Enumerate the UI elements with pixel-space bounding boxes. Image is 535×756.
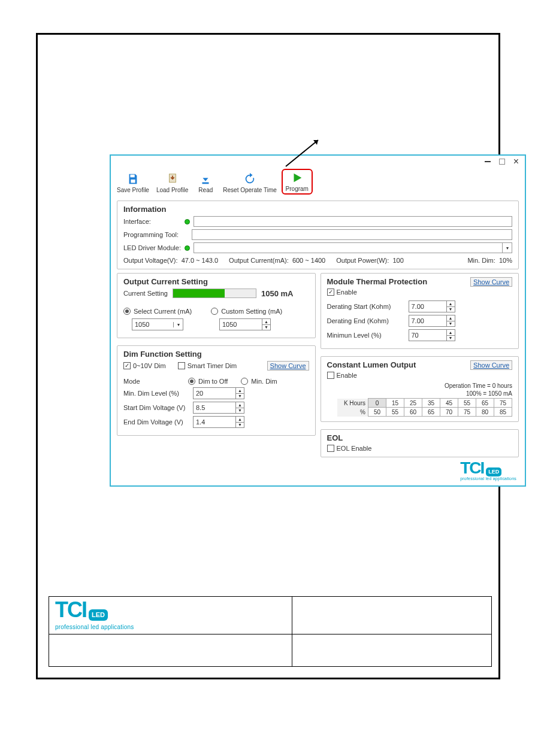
app-footer-logo: TCI LED professional led applications bbox=[460, 460, 516, 481]
table-cell[interactable]: 80 bbox=[476, 408, 494, 417]
content-area: Information Interface: Programming Tool: bbox=[111, 197, 525, 464]
download-arrow-icon bbox=[199, 172, 212, 186]
table-cell[interactable]: 45 bbox=[440, 399, 458, 408]
mode-min-dim-label: Min. Dim bbox=[251, 378, 277, 385]
output-current-label: Output Current(mA): bbox=[229, 257, 289, 264]
save-profile-button[interactable]: Save Profile bbox=[114, 171, 152, 195]
table-cell[interactable]: 55 bbox=[386, 408, 404, 417]
load-profile-button[interactable]: Load Profile bbox=[154, 171, 191, 195]
table-cell[interactable]: 65 bbox=[422, 408, 440, 417]
svg-rect-0 bbox=[130, 175, 134, 178]
min-dim-level-label: Min. Dim Level (%) bbox=[123, 390, 189, 397]
output-voltage-label: Output Voltage(V): bbox=[123, 257, 178, 264]
play-icon bbox=[291, 171, 304, 184]
custom-setting-spinner[interactable]: 1050 ▲▼ bbox=[219, 318, 271, 330]
minimize-icon[interactable] bbox=[485, 161, 491, 162]
mode-dim-to-off-radio[interactable]: Dim to Off bbox=[188, 378, 228, 385]
clo-enable-label: Enable bbox=[337, 372, 357, 379]
maximize-icon[interactable] bbox=[499, 159, 505, 165]
table-cell[interactable]: 65 bbox=[476, 399, 494, 408]
custom-setting-value: 1050 bbox=[220, 319, 262, 330]
derating-end-spinner[interactable]: 7.00 ▲▼ bbox=[409, 315, 455, 327]
spinner-down-icon[interactable]: ▼ bbox=[447, 336, 455, 341]
custom-setting-radio[interactable]: Custom Setting (mA) bbox=[211, 308, 282, 315]
read-button[interactable]: Read bbox=[193, 171, 218, 195]
table-cell[interactable]: 0 bbox=[368, 399, 386, 408]
dropdown-arrow-icon[interactable]: ▾ bbox=[503, 242, 512, 253]
toolbar: Save Profile Load Profile Read bbox=[111, 168, 525, 197]
two-column-layout: Output Current Setting Current Setting 1… bbox=[117, 273, 519, 461]
end-dim-voltage-spinner[interactable]: 1.4 ▲▼ bbox=[193, 416, 244, 428]
brand-badge: LED bbox=[486, 467, 501, 476]
clo-table: K Hours 0 15 25 35 45 55 65 75 bbox=[337, 398, 513, 417]
clo-enable-checkbox[interactable]: Enable bbox=[327, 372, 416, 379]
table-cell[interactable]: 35 bbox=[422, 399, 440, 408]
dim-function-setting-panel: Dim Function Setting 0~10V Dim bbox=[117, 345, 316, 436]
radio-unchecked-icon bbox=[241, 378, 248, 385]
table-cell[interactable]: 50 bbox=[368, 408, 386, 417]
eol-enable-checkbox[interactable]: EOL Enable bbox=[327, 445, 513, 452]
spinner-up-icon[interactable]: ▲ bbox=[262, 319, 270, 325]
led-driver-module-select[interactable] bbox=[194, 242, 503, 253]
minimum-level-spinner[interactable]: 70 ▲▼ bbox=[409, 329, 455, 341]
information-title: Information bbox=[123, 205, 512, 214]
spinner-up-icon[interactable]: ▲ bbox=[236, 402, 244, 408]
select-current-dropdown[interactable]: 1050 ▾ bbox=[132, 318, 183, 330]
spinner-up-icon[interactable]: ▲ bbox=[447, 301, 455, 307]
min-dim-level-spinner[interactable]: 20 ▲▼ bbox=[193, 387, 244, 399]
reset-operate-time-button[interactable]: Reset Operate Time bbox=[220, 171, 279, 195]
table-cell[interactable]: 70 bbox=[440, 408, 458, 417]
led-driver-module-label: LED Driver Module: bbox=[123, 244, 181, 251]
show-curve-button[interactable]: Show Curve bbox=[267, 361, 309, 371]
spinner-up-icon[interactable]: ▲ bbox=[447, 315, 455, 321]
spinner-down-icon[interactable]: ▼ bbox=[236, 394, 244, 399]
minimum-level-label: Minimun Level (%) bbox=[327, 332, 405, 339]
select-current-radio[interactable]: Select Current (mA) bbox=[123, 308, 192, 315]
svg-rect-1 bbox=[131, 180, 135, 183]
load-profile-label: Load Profile bbox=[156, 187, 188, 193]
mtp-enable-checkbox[interactable]: Enable bbox=[327, 289, 428, 296]
table-cell[interactable]: 15 bbox=[386, 399, 404, 408]
minimum-level-value: 70 bbox=[409, 330, 446, 341]
spinner-down-icon[interactable]: ▼ bbox=[447, 321, 455, 327]
start-dim-voltage-value: 8.5 bbox=[194, 402, 235, 413]
mode-min-dim-radio[interactable]: Min. Dim bbox=[241, 378, 277, 385]
table-cell[interactable]: 85 bbox=[494, 408, 512, 417]
dim-0-10v-checkbox[interactable]: 0~10V Dim bbox=[123, 362, 166, 369]
interface-input[interactable] bbox=[194, 216, 512, 227]
constant-lumen-output-title: Constant Lumen Output bbox=[327, 360, 416, 369]
spinner-up-icon[interactable]: ▲ bbox=[447, 330, 455, 336]
show-curve-button[interactable]: Show Curve bbox=[470, 360, 512, 370]
current-setting-label: Current Setting bbox=[123, 290, 168, 297]
spinner-up-icon[interactable]: ▲ bbox=[236, 388, 244, 394]
smart-timer-dim-checkbox[interactable]: Smart Timer Dim bbox=[178, 362, 237, 369]
table-cell[interactable]: 25 bbox=[404, 399, 422, 408]
table-cell[interactable]: 55 bbox=[458, 399, 476, 408]
derating-start-label: Derating Start (Kohm) bbox=[327, 303, 405, 310]
spinner-down-icon[interactable]: ▼ bbox=[236, 408, 244, 414]
mode-dim-to-off-label: Dim to Off bbox=[198, 378, 228, 385]
brand-tagline: professional led applications bbox=[55, 624, 134, 630]
eol-enable-label: EOL Enable bbox=[337, 445, 372, 452]
table-cell[interactable]: 60 bbox=[404, 408, 422, 417]
brand-name: TCI bbox=[55, 599, 86, 621]
spinner-down-icon[interactable]: ▼ bbox=[447, 307, 455, 312]
program-label: Program bbox=[286, 186, 309, 192]
derating-start-spinner[interactable]: 7.00 ▲▼ bbox=[409, 300, 455, 312]
program-button[interactable]: Program bbox=[282, 169, 313, 195]
close-icon[interactable]: × bbox=[513, 157, 519, 166]
programming-tool-input[interactable] bbox=[192, 229, 512, 240]
read-label: Read bbox=[198, 187, 213, 193]
spinner-down-icon[interactable]: ▼ bbox=[236, 423, 244, 428]
operation-time-value: Operation Time = 0 hours bbox=[445, 382, 512, 389]
start-dim-voltage-spinner[interactable]: 8.5 ▲▼ bbox=[193, 402, 244, 414]
output-voltage-value: 47.0 ~ 143.0 bbox=[182, 257, 218, 264]
document-footer-table: TCI LED professional led applications bbox=[49, 596, 492, 667]
table-cell[interactable]: 75 bbox=[494, 399, 512, 408]
footer-logo-cell: TCI LED professional led applications bbox=[49, 597, 292, 634]
percent-label: % bbox=[337, 408, 368, 417]
spinner-down-icon[interactable]: ▼ bbox=[262, 325, 270, 330]
show-curve-button[interactable]: Show Curve bbox=[470, 277, 512, 287]
table-cell[interactable]: 75 bbox=[458, 408, 476, 417]
spinner-up-icon[interactable]: ▲ bbox=[236, 417, 244, 423]
